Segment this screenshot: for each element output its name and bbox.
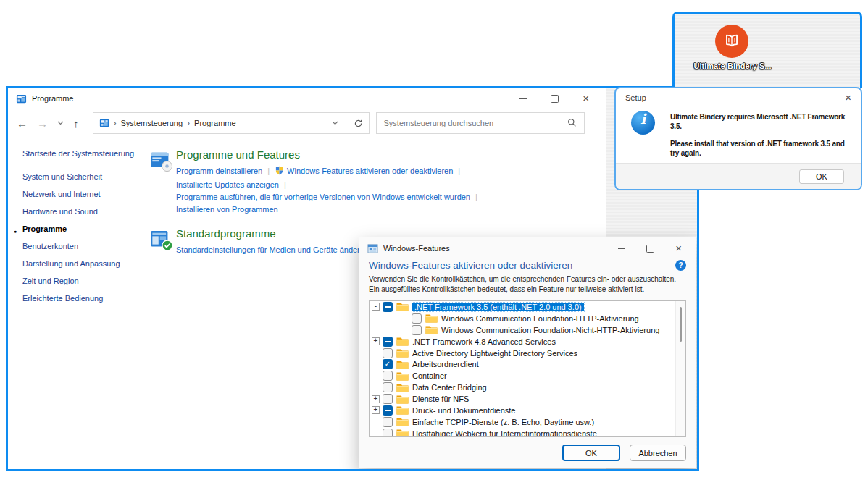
feature-label[interactable]: .NET Framework 3.5 (enthält .NET 2.0 und…	[412, 303, 584, 311]
tree-expander-icon[interactable]: +	[372, 406, 380, 414]
programs-and-features-icon	[150, 151, 172, 171]
feature-row[interactable]: +Container	[370, 370, 685, 382]
sidebar-item[interactable]: Benutzerkonten	[22, 241, 150, 252]
feature-row[interactable]: +Druck- und Dokumentdienste	[370, 405, 685, 416]
address-dropdown-icon[interactable]	[332, 121, 338, 125]
feature-row[interactable]: +✓Arbeitsordnerclient	[370, 358, 685, 370]
feature-label[interactable]: Dienste für NFS	[412, 395, 469, 403]
breadcrumb-separator: ›	[187, 118, 190, 128]
titlebar: Windows-Features ×	[359, 237, 696, 259]
control-panel-icon	[99, 118, 109, 128]
feature-label[interactable]: Data Center Bridging	[412, 383, 487, 392]
feature-checkbox[interactable]	[383, 394, 393, 404]
search-icon[interactable]	[567, 118, 577, 129]
feature-checkbox[interactable]: ✓	[383, 359, 393, 369]
feature-checkbox[interactable]	[383, 382, 393, 392]
folder-icon	[396, 417, 409, 426]
minimize-button[interactable]	[519, 98, 527, 99]
task-link[interactable]: Standardeinstellungen für Medien und Ger…	[176, 245, 364, 254]
address-bar[interactable]: › Systemsteuerung › Programme	[93, 112, 370, 134]
feature-row[interactable]: +Einfache TCPIP-Dienste (z. B. Echo, Day…	[370, 416, 685, 428]
folder-icon	[396, 395, 409, 404]
feature-label[interactable]: Windows Communication Foundation-Nicht-H…	[441, 326, 659, 334]
forward-button[interactable]: →	[37, 117, 48, 130]
close-button[interactable]: ×	[583, 95, 589, 102]
default-programs-icon	[150, 230, 172, 250]
feature-row[interactable]: +Data Center Bridging	[370, 382, 685, 393]
ok-button[interactable]: OK	[799, 169, 844, 184]
open-book-icon	[722, 32, 741, 51]
feature-label[interactable]: Einfache TCPIP-Dienste (z. B. Echo, Dayt…	[412, 418, 594, 426]
breadcrumb-programme[interactable]: Programme	[194, 119, 235, 127]
task-row: Installieren von Programmen	[176, 203, 606, 216]
breadcrumb-systemsteuerung[interactable]: Systemsteuerung	[121, 119, 183, 127]
search-input[interactable]: Systemsteuerung durchsuchen	[376, 112, 585, 134]
task-link[interactable]: Windows-Features aktivieren oder deaktiv…	[287, 167, 453, 175]
scrollbar-thumb[interactable]	[680, 307, 682, 342]
feature-checkbox[interactable]	[383, 348, 393, 358]
feature-row[interactable]: +Active Directory Lightweight Directory …	[370, 348, 685, 359]
sidebar-item[interactable]: System und Sicherheit	[22, 172, 150, 182]
group-title[interactable]: Programme und Features	[176, 148, 606, 161]
sidebar-item[interactable]: Programme	[22, 224, 150, 235]
control-panel-icon	[16, 93, 27, 104]
feature-row[interactable]: +.NET Framework 4.8 Advanced Services	[370, 336, 685, 348]
minimize-button[interactable]	[618, 248, 625, 249]
sidebar-item[interactable]: Netzwerk und Internet	[22, 189, 150, 200]
window-title: Programme	[32, 94, 73, 103]
refresh-icon[interactable]	[354, 119, 363, 128]
feature-label[interactable]: .NET Framework 4.8 Advanced Services	[412, 337, 556, 346]
feature-label[interactable]: Druck- und Dokumentdienste	[412, 406, 515, 415]
feature-checkbox[interactable]	[383, 302, 393, 312]
feature-label[interactable]: Container	[412, 371, 447, 380]
sidebar-item[interactable]: Startseite der Systemsteuerung	[22, 148, 150, 159]
close-icon[interactable]: ×	[845, 93, 851, 102]
feature-checkbox[interactable]	[383, 371, 393, 381]
feature-row[interactable]: +Windows Communication Foundation-HTTP-A…	[370, 313, 685, 324]
folder-icon	[396, 348, 409, 358]
sidebar-item[interactable]: Hardware und Sound	[22, 206, 150, 217]
search-placeholder: Systemsteuerung durchsuchen	[384, 119, 494, 127]
windows-features-icon	[367, 243, 378, 254]
task-link[interactable]: Installieren von Programmen	[176, 205, 278, 214]
task-separator: |	[284, 180, 286, 189]
close-button[interactable]: ×	[675, 245, 682, 252]
feature-row[interactable]: +Dienste für NFS	[370, 393, 685, 405]
feature-checkbox[interactable]	[383, 405, 393, 416]
maximize-button[interactable]	[551, 95, 559, 103]
task-link[interactable]: Programme ausführen, die für vorherige V…	[176, 193, 470, 201]
feature-label[interactable]: Active Directory Lightweight Directory S…	[412, 349, 577, 358]
feature-checkbox[interactable]	[383, 417, 393, 427]
feature-checkbox[interactable]	[412, 313, 422, 324]
cancel-button[interactable]: Abbrechen	[630, 445, 686, 461]
tree-expander-icon[interactable]: +	[372, 395, 380, 403]
feature-label[interactable]: Windows Communication Foundation-HTTP-Ak…	[441, 314, 639, 323]
feature-row[interactable]: +Windows Communication Foundation-Nicht-…	[370, 324, 685, 336]
maximize-button[interactable]	[646, 245, 654, 253]
sidebar-item[interactable]: Zeit und Region	[22, 276, 150, 287]
dialog-title: Setup	[625, 93, 646, 102]
sidebar-item[interactable]: Darstellung und Anpassung	[22, 258, 150, 269]
info-icon: i	[631, 111, 655, 135]
recent-pages-chevron-icon[interactable]	[57, 121, 64, 125]
desktop-icon-label[interactable]: Ultimate Bindery S...	[675, 62, 790, 70]
feature-label[interactable]: Arbeitsordnerclient	[412, 360, 479, 369]
feature-label[interactable]: Hostfähiger Webkern für Internetinformat…	[412, 429, 597, 437]
scrollbar[interactable]	[675, 301, 685, 436]
sidebar-item[interactable]: Erleichterte Bedienung	[22, 293, 150, 304]
tree-expander-icon[interactable]: -	[372, 303, 380, 311]
folder-icon	[425, 325, 438, 334]
help-icon[interactable]: ?	[675, 260, 686, 271]
feature-checkbox[interactable]	[412, 325, 422, 335]
feature-row[interactable]: -.NET Framework 3.5 (enthält .NET 2.0 un…	[370, 301, 685, 313]
feature-row[interactable]: +Hostfähiger Webkern für Internetinforma…	[370, 428, 685, 437]
back-button[interactable]: ←	[17, 117, 28, 130]
up-button[interactable]: ↑	[73, 117, 79, 130]
ultimate-bindery-app-icon[interactable]	[715, 25, 748, 58]
task-link[interactable]: Installierte Updates anzeigen	[176, 180, 279, 189]
tree-expander-icon[interactable]: +	[372, 337, 380, 345]
task-link[interactable]: Programm deinstallieren	[176, 167, 262, 175]
feature-checkbox[interactable]	[383, 429, 393, 437]
feature-checkbox[interactable]	[383, 337, 393, 347]
ok-button[interactable]: OK	[562, 445, 620, 461]
